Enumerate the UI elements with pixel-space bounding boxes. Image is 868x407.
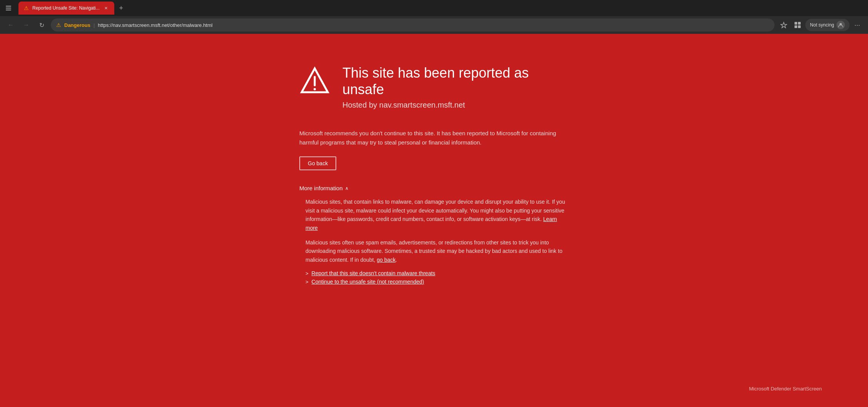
nav-bar: ← → ↻ ⚠ Dangerous | https://nav.smartscr…	[0, 16, 868, 34]
chevron-up-icon: ∧	[345, 186, 349, 191]
more-info-content: Malicious sites, that contain links to m…	[299, 198, 569, 285]
report-safe-link[interactable]: Report that this site doesn't contain ma…	[312, 270, 436, 276]
more-info-toggle[interactable]: More information ∧	[299, 185, 569, 191]
action-chevron-icon: >	[305, 279, 309, 285]
tab-title: Reported Unsafe Site: Navigati...	[32, 5, 100, 11]
refresh-button[interactable]: ↻	[35, 19, 48, 31]
active-tab[interactable]: ⚠ Reported Unsafe Site: Navigati... ✕	[18, 2, 114, 15]
warning-header: This site has been reported as unsafe Ho…	[299, 65, 569, 117]
info-paragraph-1: Malicious sites, that contain links to m…	[305, 198, 569, 232]
info-paragraph-2: Malicious sites often use spam emails, a…	[305, 238, 569, 264]
forward-button[interactable]: →	[20, 19, 32, 31]
warning-subtitle: Hosted by nav.smartscreen.msft.net	[342, 101, 569, 110]
warning-title: This site has been reported as unsafe	[342, 65, 569, 98]
go-back-inline-link[interactable]: go back	[377, 257, 396, 263]
address-bar[interactable]: ⚠ Dangerous | https://nav.smartscreen.ms…	[51, 18, 775, 32]
back-button[interactable]: ←	[5, 19, 17, 31]
sync-label: Not syncing	[810, 22, 834, 28]
sync-button[interactable]: Not syncing	[805, 19, 850, 31]
continue-unsafe-link[interactable]: Continue to the unsafe site (not recomme…	[312, 279, 424, 285]
warning-description: Microsoft recommends you don't continue …	[299, 129, 569, 147]
sync-avatar	[836, 21, 845, 29]
svg-rect-1	[6, 8, 11, 8]
svg-rect-6	[798, 25, 801, 28]
favorites-button[interactable]	[778, 19, 790, 31]
sidebar-toggle[interactable]	[3, 3, 14, 13]
main-content: This site has been reported as unsafe Ho…	[0, 34, 868, 407]
more-info-label: More information	[299, 185, 343, 191]
action-links: > Report that this site doesn't contain …	[305, 270, 569, 285]
footer-credit: Microsoft Defender SmartScreen	[749, 386, 822, 392]
url-display: https://nav.smartscreen.msft.net/other/m…	[98, 22, 212, 28]
address-separator: |	[93, 22, 95, 28]
svg-rect-3	[795, 22, 797, 25]
tab-controls	[3, 3, 14, 13]
tab-favicon-icon: ⚠	[23, 5, 29, 11]
toolbar-right: Not syncing ···	[778, 19, 863, 31]
go-back-button[interactable]: Go back	[299, 156, 336, 170]
list-item: > Report that this site doesn't contain …	[305, 270, 569, 276]
svg-rect-0	[6, 6, 11, 7]
svg-rect-2	[6, 10, 11, 10]
action-chevron-icon: >	[305, 271, 309, 276]
new-tab-button[interactable]: +	[116, 3, 127, 13]
security-icon: ⚠	[56, 22, 61, 28]
menu-button[interactable]: ···	[851, 19, 863, 31]
warning-container: This site has been reported as unsafe Ho…	[299, 65, 569, 285]
collections-button[interactable]	[791, 19, 804, 31]
list-item: > Continue to the unsafe site (not recom…	[305, 279, 569, 285]
svg-point-9	[314, 88, 316, 90]
dangerous-label: Dangerous	[64, 22, 90, 28]
browser-chrome: ⚠ Reported Unsafe Site: Navigati... ✕ + …	[0, 0, 868, 34]
warning-text-block: This site has been reported as unsafe Ho…	[342, 65, 569, 117]
tab-bar: ⚠ Reported Unsafe Site: Navigati... ✕ +	[0, 0, 868, 16]
svg-rect-5	[795, 25, 797, 28]
svg-rect-4	[798, 22, 801, 25]
tab-close-button[interactable]: ✕	[103, 5, 110, 12]
more-info-section: More information ∧ Malicious sites, that…	[299, 185, 569, 285]
warning-icon	[299, 66, 330, 98]
